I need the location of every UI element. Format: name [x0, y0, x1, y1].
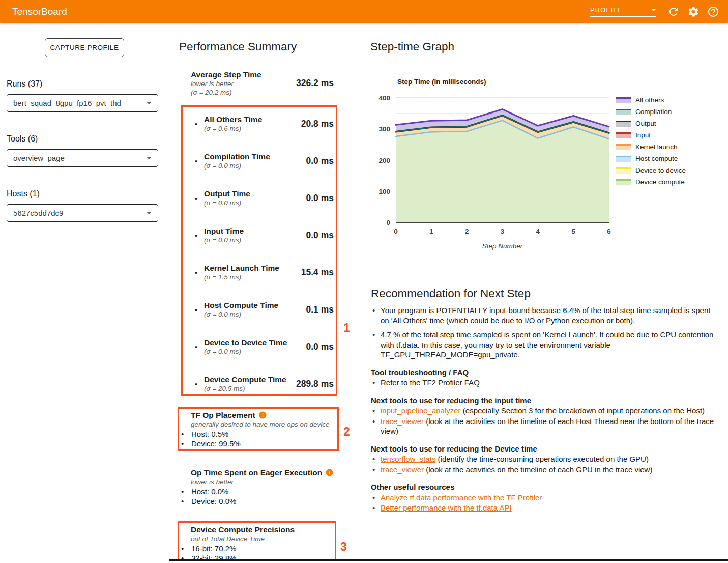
- svg-text:5: 5: [571, 228, 575, 235]
- bullet-icon: •: [195, 120, 204, 128]
- dashboard-selector[interactable]: PROFILE: [590, 6, 656, 17]
- summary-item-sigma: (σ = 0.0 ms): [204, 347, 287, 356]
- recommendation-body: Your program is POTENTIALLY input-bound …: [371, 305, 715, 513]
- tools-select[interactable]: overview_page: [7, 149, 158, 167]
- runs-label: Runs (37): [7, 79, 158, 89]
- svg-text:300: 300: [378, 125, 390, 133]
- legend-swatch: [616, 132, 631, 138]
- annotation-label-2: 2: [343, 425, 350, 439]
- bottom-section-edge: [169, 559, 728, 561]
- legend-item: Kernel launch: [616, 143, 686, 151]
- bullet-icon: •: [195, 305, 204, 314]
- summary-item-value: 20.8 ms: [301, 119, 334, 129]
- recommendation-link[interactable]: trace_viewer: [381, 465, 424, 474]
- step-time-chart: 01002003004000123456Step Time (in millis…: [370, 74, 728, 257]
- recommendation-title: Recommendation for Next Step: [371, 287, 715, 301]
- info-icon[interactable]: [325, 468, 334, 477]
- recommendation-bullet: trace_viewer (look at the activities on …: [371, 465, 715, 475]
- legend-item: Compilation: [616, 108, 686, 116]
- recommendation-subsection: Next tools to use for reducing the input…: [371, 396, 715, 436]
- capture-profile-button[interactable]: CAPTURE PROFILE: [45, 38, 124, 57]
- metric-line: Host: 0.5%: [181, 429, 338, 439]
- metric-line: Device: 0.0%: [181, 496, 338, 506]
- annotation-label-1: 1: [343, 321, 350, 335]
- summary-item: •Kernel Launch Time(σ = 1.5 ms)15.4 ms: [179, 263, 334, 282]
- runs-select[interactable]: bert_squad_8gpu_fp16_pvt_thd: [7, 94, 158, 112]
- bullet-icon: •: [195, 194, 204, 203]
- recommendation-bullet: 4.7 % of the total step time sampled is …: [371, 330, 715, 360]
- bullet-icon: •: [195, 380, 204, 388]
- compute-precisions-title: Device Compute Precisions: [191, 525, 295, 534]
- summary-item-label: All Others Time: [204, 115, 262, 124]
- section-divider: [360, 273, 728, 273]
- summary-item-value: 0.0 ms: [306, 193, 334, 204]
- legend-swatch: [616, 179, 631, 185]
- chevron-down-icon: [147, 212, 152, 214]
- summary-item-value: 0.0 ms: [306, 156, 334, 166]
- recommendation-link[interactable]: tensorflow_stats: [381, 455, 435, 463]
- tf-op-placement-block: TF Op Placement generally desired to hav…: [179, 410, 338, 448]
- bullet-icon: •: [195, 231, 204, 240]
- summary-item-sigma: (σ = 20.5 ms): [204, 384, 286, 393]
- summary-item: •Device Compute Time(σ = 20.5 ms)289.8 m…: [179, 375, 334, 393]
- annotation-label-3: 3: [340, 540, 347, 554]
- recommendation-link[interactable]: Better performance with the tf.data API: [381, 503, 512, 512]
- svg-text:Step Number: Step Number: [482, 242, 523, 250]
- legend-label: Input: [635, 131, 651, 139]
- help-button[interactable]: [703, 2, 723, 22]
- recommendation-subsection: Next tools to use for reducing the Devic…: [371, 444, 715, 475]
- refresh-button[interactable]: [663, 2, 683, 22]
- recommendation-subheading: Next tools to use for reducing the Devic…: [371, 444, 715, 454]
- legend-item: Device to device: [616, 166, 686, 174]
- metric-line: 32-bit: 29.8%: [181, 553, 338, 563]
- bullet-icon: •: [195, 157, 204, 165]
- summary-item-label: Host Compute Time: [204, 300, 278, 310]
- step-time-graph-title: Step-time Graph: [370, 40, 728, 54]
- hosts-select-value: 5627c5dd7dc9: [13, 209, 63, 217]
- app-title: TensorBoard: [12, 6, 67, 17]
- summary-item: •Device to Device Time(σ = 0.0 ms)0.0 ms: [179, 337, 334, 356]
- svg-text:2: 2: [465, 228, 469, 235]
- summary-item-value: 289.8 ms: [296, 379, 334, 389]
- average-step-time-row: Average Step Time lower is better (σ = 2…: [179, 70, 334, 97]
- recommendation-bullet: Refer to the TF2 Profiler FAQ: [371, 378, 715, 388]
- recommendation-link[interactable]: input_pipeline_analyzer: [381, 406, 461, 415]
- recommendation-subheading: Tool troubleshooting / FAQ: [371, 368, 715, 378]
- runs-select-value: bert_squad_8gpu_fp16_pvt_thd: [13, 99, 121, 107]
- summary-item-value: 0.1 ms: [306, 304, 334, 315]
- settings-button[interactable]: [683, 2, 703, 22]
- legend-item: All others: [616, 96, 686, 104]
- legend-label: Device compute: [635, 178, 685, 186]
- svg-text:1: 1: [429, 228, 433, 235]
- info-icon[interactable]: [258, 411, 267, 419]
- metric-line: 16-bit: 70.2%: [181, 544, 338, 553]
- chevron-down-icon: [147, 157, 152, 159]
- metric-line: Host: 0.0%: [181, 487, 338, 496]
- legend-label: All others: [635, 96, 664, 104]
- summary-item-label: Compilation Time: [204, 152, 270, 161]
- svg-text:400: 400: [378, 94, 390, 102]
- refresh-icon: [667, 6, 680, 18]
- summary-item-sigma: (σ = 0.0 ms): [204, 310, 278, 319]
- performance-summary-title: Performance Summary: [179, 40, 360, 54]
- summary-item: •Output Time(σ = 0.0 ms)0.0 ms: [179, 189, 334, 207]
- eager-execution-title: Op Time Spent on Eager Execution: [191, 468, 322, 477]
- legend-swatch: [616, 121, 631, 127]
- average-step-time-label: Average Step Time: [191, 70, 261, 79]
- tf-op-placement-list: Host: 0.5%Device: 99.5%: [179, 429, 338, 448]
- eager-execution-list: Host: 0.0%Device: 0.0%: [179, 487, 338, 506]
- legend-swatch: [616, 167, 631, 174]
- recommendation-bullet: Your program is POTENTIALLY input-bound …: [371, 305, 715, 325]
- summary-item-sigma: (σ = 0.6 ms): [204, 124, 262, 133]
- summary-item-label: Input Time: [204, 226, 244, 236]
- summary-item-sigma: (σ = 0.0 ms): [204, 161, 270, 170]
- legend-label: Kernel launch: [635, 143, 678, 151]
- legend-item: Output: [616, 120, 686, 127]
- recommendation-link[interactable]: trace_viewer: [381, 417, 424, 426]
- recommendation-subsection: Other useful resourcesAnalyze tf.data pe…: [371, 482, 715, 513]
- summary-item-label: Kernel Launch Time: [204, 263, 279, 273]
- chevron-down-icon: [651, 9, 656, 11]
- hosts-select[interactable]: 5627c5dd7dc9: [7, 204, 158, 222]
- summary-item: •Input Time(σ = 0.0 ms)0.0 ms: [179, 226, 334, 244]
- recommendation-link[interactable]: Analyze tf.data performance with the TF …: [381, 493, 542, 502]
